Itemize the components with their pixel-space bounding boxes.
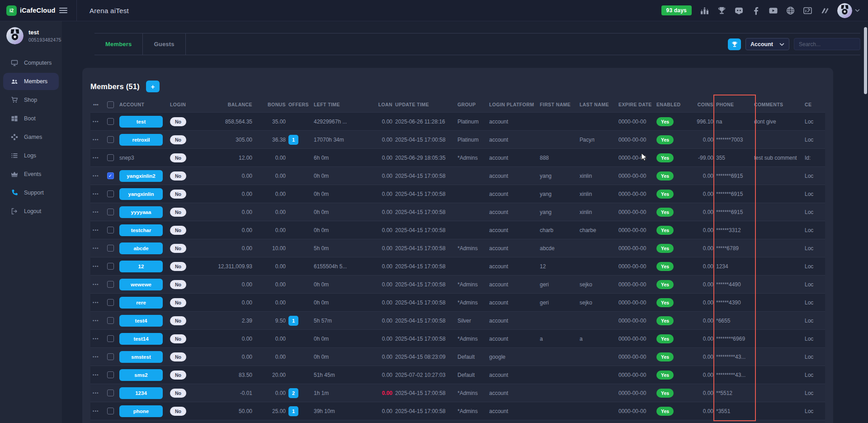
trophy-icon[interactable] bbox=[717, 6, 726, 15]
row-checkbox[interactable] bbox=[107, 335, 114, 342]
cell-left-time: 39h 10m bbox=[314, 408, 367, 414]
header-row-actions[interactable]: ••• bbox=[90, 102, 104, 107]
offers-badge[interactable]: 1 bbox=[288, 135, 298, 145]
icafe-icon[interactable] bbox=[803, 6, 812, 15]
globe-icon[interactable] bbox=[786, 6, 795, 15]
row-actions[interactable]: ••• bbox=[90, 337, 104, 341]
cell-balance: 0.00 bbox=[202, 227, 255, 233]
row-actions[interactable]: ••• bbox=[90, 282, 104, 287]
license-days-badge[interactable]: 93 days bbox=[661, 5, 692, 15]
sidebar-item-members[interactable]: Members bbox=[3, 73, 59, 90]
account-chip[interactable]: rere bbox=[119, 297, 163, 309]
sidebar-item-shop[interactable]: Shop bbox=[0, 91, 62, 109]
sidebar-profile[interactable]: test 005193482475 bbox=[0, 21, 62, 49]
account-chip[interactable]: sms2 bbox=[119, 369, 163, 381]
row-actions[interactable]: ••• bbox=[90, 210, 104, 214]
cell-bonus: 35.00 bbox=[255, 119, 288, 125]
account-chip[interactable]: 1234 bbox=[119, 387, 163, 399]
account-chip[interactable]: abcde bbox=[119, 242, 163, 254]
youtube-icon[interactable] bbox=[769, 6, 778, 15]
row-actions[interactable]: ••• bbox=[90, 264, 104, 269]
row-actions[interactable]: ••• bbox=[90, 174, 104, 178]
sidebar-item-events[interactable]: Events bbox=[0, 166, 62, 183]
discord-icon[interactable] bbox=[734, 6, 743, 15]
row-checkbox[interactable] bbox=[107, 317, 114, 324]
cell-last-name: xinlin bbox=[580, 173, 618, 179]
account-chip[interactable]: test bbox=[119, 116, 163, 128]
row-checkbox[interactable] bbox=[107, 227, 114, 233]
row-checkbox[interactable] bbox=[107, 118, 114, 125]
row-checkbox[interactable] bbox=[107, 190, 114, 197]
row-checkbox[interactable] bbox=[107, 245, 114, 252]
row-actions[interactable]: ••• bbox=[90, 391, 104, 395]
row-actions[interactable]: ••• bbox=[90, 119, 104, 124]
row-checkbox[interactable] bbox=[107, 209, 114, 215]
filter-button[interactable] bbox=[728, 38, 741, 50]
facebook-icon[interactable] bbox=[751, 6, 760, 15]
cell-group: Platinum bbox=[458, 119, 489, 125]
search-input[interactable] bbox=[794, 38, 860, 50]
row-actions[interactable]: ••• bbox=[90, 318, 104, 323]
waves-icon[interactable] bbox=[820, 6, 829, 15]
row-checkbox[interactable]: ✓ bbox=[107, 172, 114, 179]
cell-ce: Loc bbox=[805, 390, 825, 396]
row-actions[interactable]: ••• bbox=[90, 300, 104, 305]
account-chip[interactable]: yyyyaaa bbox=[119, 206, 163, 218]
account-chip[interactable]: 12 bbox=[119, 261, 163, 272]
user-avatar[interactable] bbox=[837, 3, 852, 18]
row-checkbox[interactable] bbox=[107, 353, 114, 360]
row-actions[interactable]: ••• bbox=[90, 228, 104, 233]
sidebar-item-computers[interactable]: Computers bbox=[0, 54, 62, 71]
account-chip[interactable]: test4 bbox=[119, 315, 163, 327]
cell-group: *Admins bbox=[458, 336, 489, 342]
sidebar-item-logout[interactable]: Logout bbox=[0, 203, 62, 220]
row-actions[interactable]: ••• bbox=[90, 355, 104, 359]
vertical-scrollbar-thumb[interactable] bbox=[864, 27, 867, 94]
account-chip[interactable]: retroxil bbox=[119, 134, 163, 146]
ranking-icon[interactable] bbox=[700, 6, 709, 15]
hamburger-menu-icon[interactable] bbox=[59, 8, 67, 13]
cell-update-time: 2025-04-15 17:00:58 bbox=[395, 137, 458, 143]
sidebar-item-support[interactable]: Support bbox=[0, 184, 62, 201]
chevron-down-icon[interactable] bbox=[855, 9, 860, 12]
account-chip[interactable]: testchar bbox=[119, 224, 163, 236]
tab-members[interactable]: Members bbox=[94, 33, 143, 55]
search-field-dropdown[interactable]: Account bbox=[745, 38, 789, 50]
offers-badge[interactable]: 2 bbox=[288, 388, 298, 398]
row-actions[interactable]: ••• bbox=[90, 156, 104, 160]
cell-left-time: 51h 45m bbox=[314, 372, 367, 378]
account-chip[interactable]: wewewe bbox=[119, 279, 163, 290]
sidebar-item-games[interactable]: Games bbox=[0, 128, 62, 146]
sidebar-item-logs[interactable]: Logs bbox=[0, 147, 62, 164]
row-checkbox[interactable] bbox=[107, 136, 114, 143]
row-checkbox[interactable] bbox=[107, 371, 114, 378]
row-checkbox[interactable] bbox=[107, 299, 114, 306]
select-all-checkbox[interactable] bbox=[104, 101, 119, 108]
row-actions[interactable]: ••• bbox=[90, 192, 104, 196]
header-checkbox[interactable] bbox=[107, 101, 114, 108]
login-status-pill: No bbox=[170, 298, 186, 307]
account-chip[interactable]: test14 bbox=[119, 333, 163, 345]
account-chip[interactable]: yangxinlin2 bbox=[119, 170, 163, 182]
row-checkbox[interactable] bbox=[107, 263, 114, 270]
cell-cb bbox=[104, 317, 119, 324]
row-checkbox[interactable] bbox=[107, 390, 114, 396]
account-chip[interactable]: yangxinlin bbox=[119, 188, 163, 200]
cell-phone: 1234 bbox=[716, 263, 754, 270]
offers-badge[interactable]: 1 bbox=[288, 406, 298, 416]
row-checkbox[interactable] bbox=[107, 154, 114, 161]
cell-expire: 0000-00-00 bbox=[618, 372, 656, 378]
offers-badge[interactable]: 1 bbox=[288, 316, 298, 326]
sidebar-item-boot[interactable]: Boot bbox=[0, 110, 62, 127]
account-chip[interactable]: phone bbox=[119, 405, 163, 417]
tab-guests[interactable]: Guests bbox=[143, 33, 185, 55]
cell-left-time: 42929967h ... bbox=[314, 119, 367, 125]
account-chip[interactable]: smstest bbox=[119, 351, 163, 363]
add-member-button[interactable]: + bbox=[146, 81, 160, 92]
row-actions[interactable]: ••• bbox=[90, 138, 104, 142]
row-actions[interactable]: ••• bbox=[90, 246, 104, 251]
row-checkbox[interactable] bbox=[107, 281, 114, 288]
row-actions[interactable]: ••• bbox=[90, 373, 104, 377]
row-checkbox[interactable] bbox=[107, 408, 114, 414]
row-actions[interactable]: ••• bbox=[90, 409, 104, 413]
